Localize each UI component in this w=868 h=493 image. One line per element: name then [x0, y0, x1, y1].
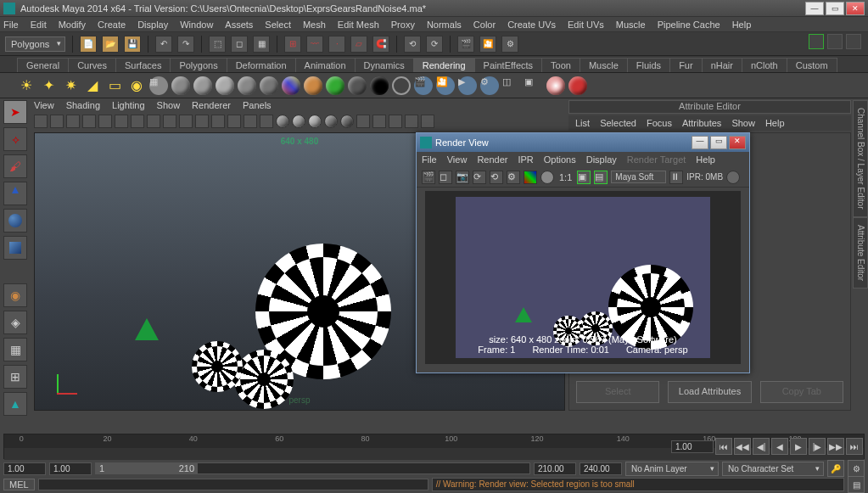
current-time-field[interactable] [671, 440, 714, 453]
menu-muscle[interactable]: Muscle [616, 20, 646, 30]
shelf-tab-ncloth[interactable]: nCloth [742, 58, 787, 72]
menu-edit-uvs[interactable]: Edit UVs [568, 20, 604, 30]
minimize-button[interactable]: — [805, 2, 824, 15]
menu-create-uvs[interactable]: Create UVs [507, 20, 556, 30]
shelf-tab-general[interactable]: General [17, 58, 69, 72]
snap-point-icon[interactable]: · [328, 36, 345, 53]
blinn-icon[interactable] [193, 76, 212, 95]
single-view-icon[interactable]: ▦ [3, 338, 27, 361]
go-to-start-icon[interactable]: ⏮ [715, 438, 732, 455]
attr-show[interactable]: Show [731, 118, 755, 128]
mental-ray-icon[interactable] [546, 76, 565, 95]
shadows-icon[interactable] [227, 115, 241, 128]
film-gate-icon[interactable] [115, 115, 128, 128]
surface-shader-icon[interactable] [326, 76, 344, 95]
new-scene-icon[interactable]: 📄 [80, 36, 97, 53]
toggle-tool-settings-icon[interactable] [827, 34, 843, 49]
snap-plane-icon[interactable]: ▱ [350, 36, 367, 53]
range-slider[interactable]: 1 210 [95, 462, 530, 474]
directional-light-icon[interactable]: ✦ [39, 76, 58, 95]
render-view-window[interactable]: Render View — ▭ ✕ File View Render IPR O… [416, 132, 750, 373]
shelf-tab-polygons[interactable]: Polygons [170, 58, 227, 72]
panel-panels[interactable]: Panels [243, 100, 272, 110]
step-forward-icon[interactable]: |▶ [809, 438, 826, 455]
attribute-editor-tab[interactable]: Attribute Editor [853, 217, 868, 289]
shelf-tab-surfaces[interactable]: Surfaces [115, 58, 171, 72]
prefs-icon[interactable]: ⚙ [848, 460, 865, 477]
rv-keep-image-icon[interactable]: ▤ [594, 171, 608, 184]
attr-help[interactable]: Help [765, 118, 785, 128]
high-quality-icon[interactable] [244, 115, 257, 128]
four-view-icon[interactable]: ⊞ [3, 365, 27, 389]
gear-object-small[interactable] [192, 341, 243, 392]
panel-lighting[interactable]: Lighting [112, 100, 145, 110]
ramp-shader-icon[interactable] [282, 76, 300, 95]
render-view-titlebar[interactable]: Render View — ▭ ✕ [417, 133, 749, 152]
rv-real-size-icon[interactable]: ▣ [577, 171, 591, 184]
step-back-icon[interactable]: ◀| [753, 438, 770, 455]
go-to-end-icon[interactable]: ⏭ [846, 438, 863, 455]
snap-live-icon[interactable]: 🧲 [372, 36, 389, 53]
lambert-icon[interactable] [171, 76, 190, 95]
xray-icon[interactable] [356, 115, 370, 128]
rv-rgb-icon[interactable] [524, 171, 537, 184]
select-hierarchy-icon[interactable]: ⬚ [209, 36, 226, 53]
rv-render-target[interactable]: Render Target [627, 154, 686, 165]
play-back-icon[interactable]: ◀ [771, 438, 788, 455]
script-editor-icon[interactable]: ▤ [848, 476, 865, 493]
vp-sphere-icon[interactable] [276, 115, 289, 128]
phong-icon[interactable] [216, 76, 234, 95]
isolate-icon[interactable] [260, 115, 273, 128]
depth-field-icon[interactable] [405, 115, 418, 128]
snap-grid-icon[interactable]: ⊞ [284, 36, 301, 53]
rv-minimize-button[interactable]: — [692, 136, 708, 149]
rv-renderer-dropdown[interactable]: Maya Soft [611, 171, 666, 183]
textured-icon[interactable] [195, 115, 209, 128]
attr-attributes[interactable]: Attributes [682, 118, 721, 128]
step-forward-key-icon[interactable]: ▶▶ [827, 438, 844, 455]
shelf-tab-custom[interactable]: Custom [787, 58, 837, 72]
render-globals-icon[interactable]: ⚙ [480, 76, 499, 95]
shelf-tab-dynamics[interactable]: Dynamics [355, 58, 414, 72]
rv-display[interactable]: Display [586, 154, 617, 165]
soft-mod-tool-icon[interactable]: ◈ [3, 311, 27, 334]
texture-icon[interactable]: ▦ [149, 76, 168, 95]
rv-pause-icon[interactable]: ⏸ [669, 171, 683, 184]
attr-selected[interactable]: Selected [600, 118, 636, 128]
play-forward-icon[interactable]: ▶ [790, 438, 807, 455]
anim-end-field[interactable] [580, 462, 622, 475]
rv-maximize-button[interactable]: ▭ [710, 136, 727, 149]
select-camera-icon[interactable] [34, 115, 48, 128]
panel-view[interactable]: View [34, 100, 54, 110]
shader-circle-icon[interactable] [392, 76, 411, 95]
maya-home-icon[interactable]: ▲ [3, 392, 27, 416]
redo-icon[interactable]: ↷ [177, 36, 194, 53]
character-set-dropdown[interactable]: No Character Set [722, 462, 824, 476]
scale-tool-icon[interactable] [3, 236, 27, 260]
image-plane-icon[interactable] [82, 115, 96, 128]
panel-show[interactable]: Show [157, 100, 181, 110]
shelf-tab-fur[interactable]: Fur [669, 58, 703, 72]
motion-blur-icon[interactable] [389, 115, 402, 128]
menu-color[interactable]: Color [473, 20, 496, 30]
shelf-tab-rendering[interactable]: Rendering [413, 58, 475, 72]
gear-object-medium[interactable] [234, 350, 294, 409]
viewport-2-icon[interactable] [372, 115, 386, 128]
ao-icon[interactable] [421, 115, 434, 128]
shelf-tab-muscle[interactable]: Muscle [580, 58, 628, 72]
panel-shading[interactable]: Shading [66, 100, 100, 110]
grid-toggle-icon[interactable] [98, 115, 112, 128]
rv-file[interactable]: File [422, 154, 437, 165]
script-language-button[interactable]: MEL [3, 479, 35, 490]
use-background-icon[interactable] [370, 76, 389, 95]
ambient-light-icon[interactable]: ☀ [17, 76, 36, 95]
volume-light-icon[interactable]: ◉ [127, 76, 146, 95]
rv-options[interactable]: Options [544, 154, 576, 165]
anisotropic-icon[interactable] [260, 76, 278, 95]
wireframe-icon[interactable] [163, 115, 176, 128]
gate-mask-icon[interactable] [147, 115, 160, 128]
vp-sphere4-icon[interactable] [324, 115, 338, 128]
ipr-render-icon[interactable]: 🎦 [479, 36, 496, 53]
lasso-tool-icon[interactable]: ⟡ [3, 127, 27, 151]
render-settings-icon[interactable]: ⚙ [501, 36, 518, 53]
